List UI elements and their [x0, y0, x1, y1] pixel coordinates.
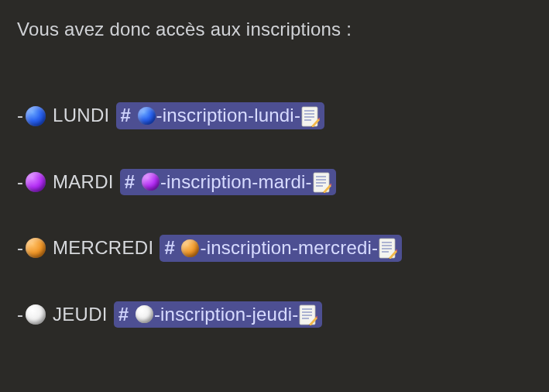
dash-text: - [17, 170, 23, 194]
day-label: JEUDI [53, 302, 108, 327]
channel-mention-mercredi[interactable]: # -inscription-mercredi- [160, 235, 402, 261]
message-block: Vous avez donc accès aux inscriptions : … [0, 0, 549, 345]
dash-text: - [17, 103, 23, 128]
hash-icon: # [121, 103, 131, 128]
white-circle-icon [26, 304, 46, 325]
hash-icon: # [164, 236, 174, 260]
day-label: MARDI [53, 170, 114, 194]
channel-mention-lundi[interactable]: # -inscription-lundi- [116, 102, 325, 129]
orange-circle-icon [181, 239, 199, 257]
channel-mention-jeudi[interactable]: # -inscription-jeudi- [114, 301, 323, 328]
channel-text: -inscription-mardi- [160, 170, 312, 194]
intro-text: Vous avez donc accès aux inscriptions : [17, 17, 532, 42]
blue-circle-icon [26, 106, 46, 126]
channel-text: -inscription-jeudi- [154, 302, 299, 327]
channel-text: -inscription-lundi- [156, 103, 301, 128]
purple-circle-icon [26, 172, 46, 192]
memo-icon [301, 105, 320, 127]
memo-icon [299, 304, 317, 325]
orange-circle-icon [26, 238, 46, 258]
day-line-mercredi: - MERCREDI # -inscription-mercredi- [17, 235, 532, 261]
memo-icon [313, 171, 331, 193]
day-label: MERCREDI [53, 236, 153, 260]
hash-icon: # [125, 170, 135, 194]
purple-circle-icon [142, 173, 160, 191]
hash-icon: # [118, 302, 129, 327]
day-line-lundi: - LUNDI # -inscription-lundi- [17, 102, 532, 129]
day-line-jeudi: - JEUDI # -inscription-jeudi- [17, 301, 532, 328]
dash-text: - [17, 236, 23, 260]
day-line-mardi: - MARDI # -inscription-mardi- [17, 169, 532, 195]
channel-text: -inscription-mercredi- [200, 236, 378, 260]
blue-circle-icon [138, 107, 156, 125]
white-circle-icon [136, 305, 153, 323]
dash-text: - [17, 302, 23, 327]
channel-mention-mardi[interactable]: # -inscription-mardi- [120, 169, 336, 195]
day-label: LUNDI [53, 103, 110, 128]
memo-icon [379, 237, 397, 259]
